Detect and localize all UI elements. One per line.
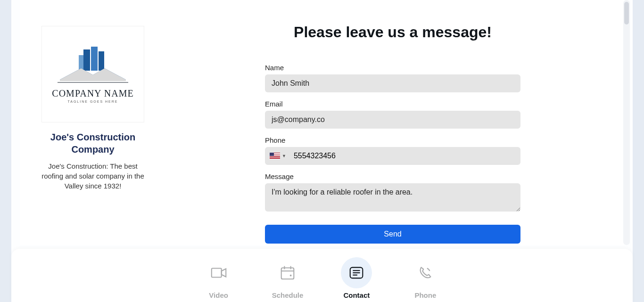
send-button[interactable]: Send [265, 225, 520, 244]
nav-schedule-label: Schedule [272, 291, 304, 299]
nav-contact[interactable]: Contact [341, 257, 372, 299]
buildings-icon [55, 46, 131, 88]
company-logo: COMPANY NAME TAGLINE GOES HERE [41, 26, 144, 122]
nav-contact-label: Contact [343, 291, 370, 299]
contact-form-panel: Please leave us a message! Name Email Ph… [166, 0, 624, 245]
form-title: Please leave us a message! [265, 24, 520, 41]
calendar-icon [279, 264, 297, 282]
phone-input-group: ▼ [265, 147, 520, 165]
svg-rect-0 [83, 49, 90, 71]
us-flag-icon [270, 153, 280, 159]
scrollbar-thumb[interactable] [624, 2, 629, 24]
svg-rect-1 [91, 47, 98, 71]
svg-point-12 [290, 275, 292, 277]
chevron-down-icon: ▼ [282, 154, 286, 158]
email-label: Email [265, 100, 520, 108]
nav-phone-label: Phone [414, 291, 436, 299]
bottom-nav: Video Schedule [11, 249, 633, 302]
message-icon [347, 264, 365, 282]
nav-video-label: Video [209, 291, 228, 299]
logo-text: COMPANY NAME [52, 88, 133, 99]
svg-rect-2 [99, 51, 104, 71]
company-description: Joe's Construction: The best roofing and… [41, 161, 145, 191]
company-sidebar: COMPANY NAME TAGLINE GOES HERE Joe's Con… [20, 0, 166, 245]
company-name: Joe's Construction Company [41, 131, 145, 155]
logo-tagline: TAGLINE GOES HERE [68, 100, 118, 103]
svg-rect-8 [281, 268, 294, 279]
message-textarea[interactable] [265, 183, 520, 212]
nav-video[interactable]: Video [203, 257, 234, 299]
phone-input[interactable] [289, 147, 520, 165]
name-input[interactable] [265, 74, 520, 92]
nav-phone[interactable]: Phone [410, 257, 441, 299]
message-label: Message [265, 172, 520, 180]
country-code-dropdown[interactable]: ▼ [270, 149, 289, 163]
nav-schedule[interactable]: Schedule [272, 257, 304, 299]
video-icon [210, 264, 228, 282]
email-input[interactable] [265, 111, 520, 129]
phone-label: Phone [265, 136, 520, 144]
svg-rect-7 [211, 269, 221, 278]
scrollbar[interactable] [623, 0, 630, 245]
main-card: COMPANY NAME TAGLINE GOES HERE Joe's Con… [20, 0, 624, 245]
name-label: Name [265, 64, 520, 72]
phone-icon [416, 264, 434, 282]
